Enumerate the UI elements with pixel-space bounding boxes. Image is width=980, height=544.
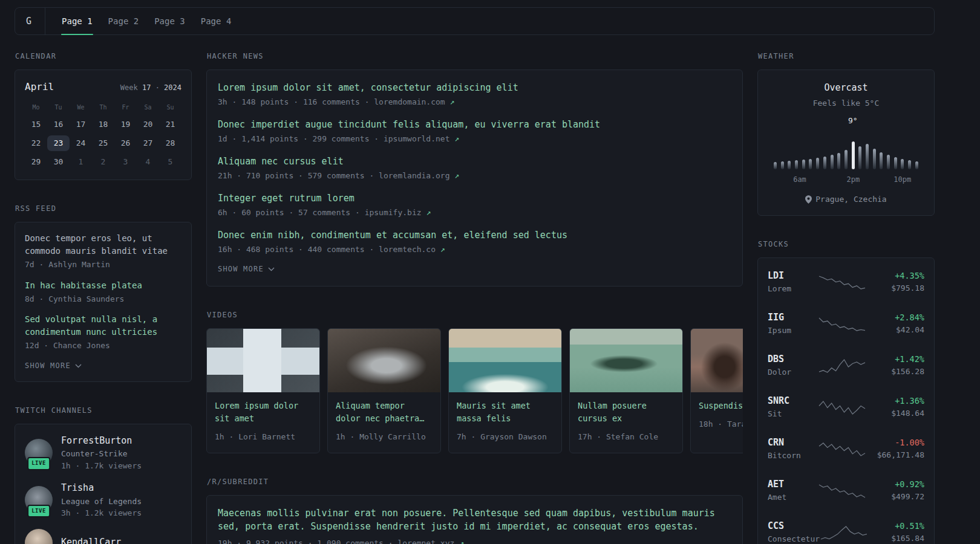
item-meta-text: 16h · 468 points · 440 comments · loremt… xyxy=(218,245,440,254)
video-body: Mauris sit amet massa felis 7h · Grayson… xyxy=(449,392,561,453)
channel-viewers: 1h · 1.7k viewers xyxy=(61,460,142,472)
tab-page-4[interactable]: Page 4 xyxy=(193,8,240,34)
stock-row[interactable]: LDI Lorem +4.35% $795.18 xyxy=(768,261,924,303)
rss-item: In hac habitasse platea 8d · Cynthia Sau… xyxy=(25,279,181,305)
avatar xyxy=(25,529,53,544)
left-column: CALENDAR April Week 17 · 2024 MoTuWeThFr… xyxy=(15,51,192,544)
subreddit-card: Maecenas mollis pulvinar erat non posuer… xyxy=(206,495,743,544)
videos-widget-title: VIDEOS xyxy=(207,309,743,320)
stock-sparkline xyxy=(820,523,868,540)
hackernews-show-more-button[interactable]: SHOW MORE xyxy=(218,265,275,273)
video-card[interactable]: Lorem ipsum dolor sit amet consectetu… 1… xyxy=(206,328,320,453)
weather-bar xyxy=(858,146,861,169)
channel-info: ForrestBurton Counter-Strike 1h · 1.7k v… xyxy=(61,434,142,472)
video-card[interactable]: Nullam posuere cursus ex 17h · Stefan Co… xyxy=(569,328,683,453)
avatar: LIVE xyxy=(25,486,53,514)
twitch-channel[interactable]: LIVE ForrestBurton Counter-Strike 1h · 1… xyxy=(25,434,181,472)
hackernews-item-title[interactable]: Lorem ipsum dolor sit amet, consectetur … xyxy=(218,81,731,95)
stock-name: Bitcorn xyxy=(768,450,818,462)
weather-bar xyxy=(816,158,819,169)
rss-item-title[interactable]: Sed volutpat nulla nisl, a condimentum n… xyxy=(25,313,181,338)
stock-values: +0.51% $165.84 xyxy=(868,520,924,544)
tab-page-1[interactable]: Page 1 xyxy=(54,8,100,34)
hackernews-item-meta: 16h · 468 points · 440 comments · loremt… xyxy=(218,244,731,256)
calendar-week-label: Week xyxy=(120,83,138,92)
video-thumbnail xyxy=(328,329,440,392)
calendar-weekday: Su xyxy=(159,103,181,112)
calendar-day: 18 xyxy=(92,117,114,132)
stock-row[interactable]: DBS Dolor +1.42% $156.28 xyxy=(768,345,924,386)
rss-card: Donec tempor eros leo, ut commodo mauris… xyxy=(15,222,192,382)
rss-item-title[interactable]: Donec tempor eros leo, ut commodo mauris… xyxy=(25,232,181,257)
weather-current-temp: 9° xyxy=(848,115,858,127)
twitch-channel[interactable]: LIVE Trisha League of Legends 3h · 1.2k … xyxy=(25,481,181,519)
calendar-day: 3 xyxy=(114,154,137,170)
external-link-icon[interactable]: ↗ xyxy=(450,97,455,106)
stock-symbol: LDI xyxy=(768,269,818,283)
video-row: Lorem ipsum dolor sit amet consectetu… 1… xyxy=(206,328,743,453)
stock-change: +1.36% xyxy=(866,395,924,407)
weather-card: Overcast Feels like 5°C 9° 6am2pm10pm Pr… xyxy=(757,70,935,216)
weather-time-label: 6am xyxy=(793,174,806,185)
stock-change: +2.84% xyxy=(866,311,924,323)
tab-page-2[interactable]: Page 2 xyxy=(100,8,147,34)
twitch-widget: TWITCH CHANNELS LIVE ForrestBurton Count… xyxy=(15,405,192,544)
stock-values: +1.36% $148.64 xyxy=(866,395,924,419)
video-body: Suspendisse diam 18h · Tara xyxy=(691,392,743,440)
stock-row[interactable]: CCS Consectetur +0.51% $165.84 xyxy=(768,511,924,544)
channel-avatar-image xyxy=(25,529,53,544)
weather-feels-like: Feels like 5°C xyxy=(768,97,924,109)
stock-sparkline xyxy=(818,273,866,290)
tab-page-3[interactable]: Page 3 xyxy=(146,8,193,34)
stock-row[interactable]: AET Amet +0.92% $499.72 xyxy=(768,470,924,511)
hackernews-item-title[interactable]: Donec imperdiet augue tincidunt felis al… xyxy=(218,118,731,132)
stock-row[interactable]: IIG Ipsum +2.84% $42.04 xyxy=(768,303,924,345)
weather-bar xyxy=(873,149,876,169)
stock-name: Lorem xyxy=(768,283,818,295)
rss-item: Donec tempor eros leo, ut commodo mauris… xyxy=(25,232,181,271)
navbar: G Page 1 Page 2 Page 3 Page 4 xyxy=(15,7,935,35)
video-card[interactable]: Aliquam tempor dolor nec phaetra… 1h · M… xyxy=(327,328,441,453)
stock-row[interactable]: SNRC Sit +1.36% $148.64 xyxy=(768,386,924,428)
hackernews-card: Lorem ipsum dolor sit amet, consectetur … xyxy=(206,70,743,287)
hackernews-item-title[interactable]: Integer eget rutrum lorem xyxy=(218,192,731,206)
rss-show-more-button[interactable]: SHOW MORE xyxy=(25,361,82,370)
hackernews-item-title[interactable]: Donec enim nibh, condimentum et accumsan… xyxy=(218,228,731,242)
hackernews-item: Lorem ipsum dolor sit amet, consectetur … xyxy=(218,81,731,108)
subreddit-post-title[interactable]: Maecenas mollis pulvinar erat non posuer… xyxy=(218,507,731,534)
weather-bar xyxy=(915,161,918,169)
external-link-icon[interactable]: ↗ xyxy=(459,539,464,544)
external-link-icon[interactable]: ↗ xyxy=(426,208,431,217)
item-meta-text: 3h · 148 points · 116 comments · loremdo… xyxy=(218,97,450,106)
rss-item-title[interactable]: In hac habitasse platea xyxy=(25,279,181,292)
calendar-week-year: Week 17 · 2024 xyxy=(120,82,181,93)
video-thumbnail xyxy=(570,329,682,392)
subreddit-widget-title: /R/SUBREDDIT xyxy=(207,476,743,487)
twitch-card: LIVE ForrestBurton Counter-Strike 1h · 1… xyxy=(15,424,192,544)
stock-sparkline xyxy=(818,440,866,457)
weather-bar xyxy=(809,159,812,169)
stock-price: $42.04 xyxy=(866,324,924,336)
right-column: WEATHER Overcast Feels like 5°C 9° 6am2p… xyxy=(757,51,935,544)
videos-widget: VIDEOS Lorem ipsum dolor sit amet consec… xyxy=(206,309,743,453)
external-link-icon[interactable]: ↗ xyxy=(454,134,459,143)
channel-name: Trisha xyxy=(61,481,142,495)
stock-row[interactable]: CRN Bitcorn -1.00% $66,171.48 xyxy=(768,428,924,470)
external-link-icon[interactable]: ↗ xyxy=(454,171,459,180)
weather-bar xyxy=(802,160,805,169)
rss-widget: RSS FEED Donec tempor eros leo, ut commo… xyxy=(15,203,192,382)
calendar-weekday: We xyxy=(70,103,92,112)
twitch-channel[interactable]: KendallCarr xyxy=(25,529,181,544)
stock-values: +2.84% $42.04 xyxy=(866,311,924,336)
rss-item-meta: 8d · Cynthia Saunders xyxy=(25,293,181,305)
stock-price: $795.18 xyxy=(866,282,924,294)
hackernews-item-title[interactable]: Aliquam nec cursus elit xyxy=(218,155,731,169)
video-card[interactable]: Mauris sit amet massa felis 7h · Grayson… xyxy=(448,328,562,453)
weather-widget: WEATHER Overcast Feels like 5°C 9° 6am2p… xyxy=(757,51,935,216)
dashboard-page: G Page 1 Page 2 Page 3 Page 4 CALENDAR A… xyxy=(15,7,935,544)
twitch-widget-title: TWITCH CHANNELS xyxy=(15,405,192,416)
video-card[interactable]: Suspendisse diam 18h · Tara xyxy=(690,328,743,453)
external-link-icon[interactable]: ↗ xyxy=(440,245,445,254)
calendar-day-grid: 1516171819202122232425262728293012345 xyxy=(25,117,181,170)
app-logo[interactable]: G xyxy=(26,8,45,34)
